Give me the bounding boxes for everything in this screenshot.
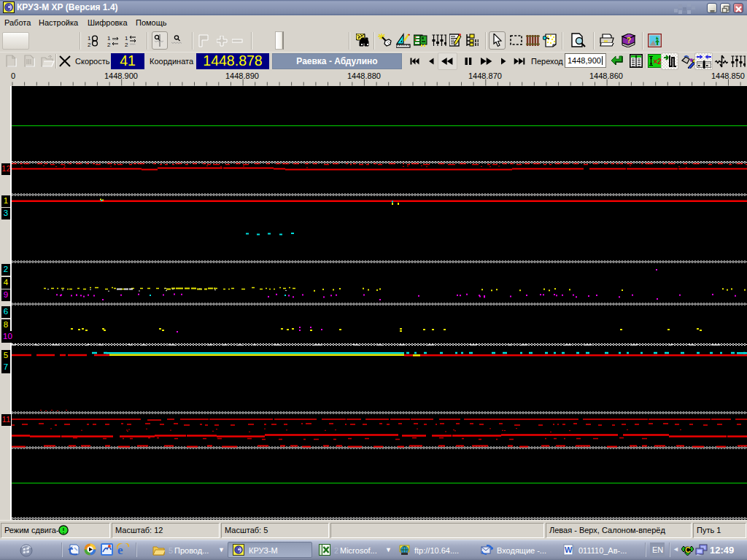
svg-text:1: 1 — [125, 35, 128, 42]
svg-text:2: 2 — [107, 42, 111, 47]
svg-text:?: ? — [627, 36, 631, 44]
svg-text:W: W — [565, 545, 573, 554]
svg-text:2: 2 — [88, 42, 91, 47]
svg-text:1: 1 — [107, 35, 111, 42]
svg-text:C: C — [685, 545, 691, 554]
svg-text:1: 1 — [88, 35, 91, 42]
svg-text:2: 2 — [125, 42, 128, 47]
